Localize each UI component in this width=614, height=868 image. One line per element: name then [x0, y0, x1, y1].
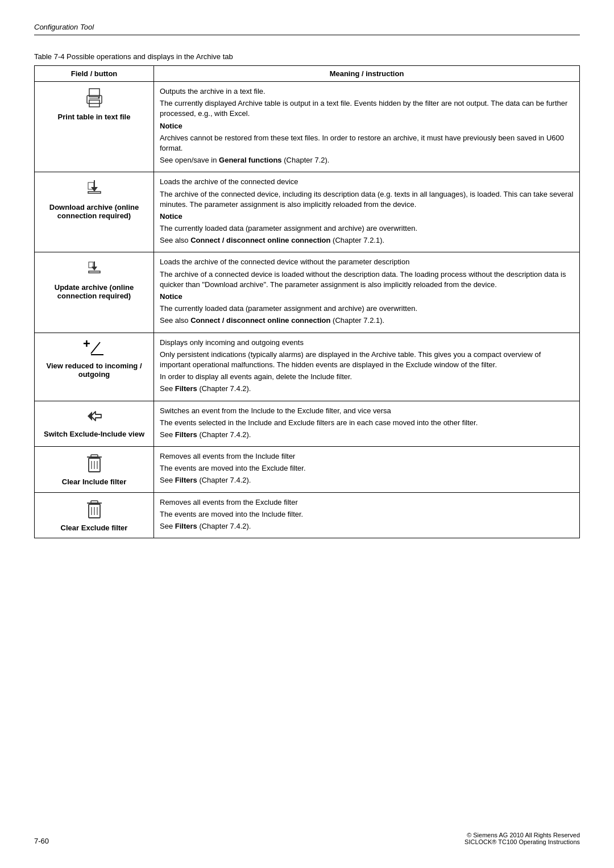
field-update: Update archive (online connection requir… — [35, 252, 154, 333]
meaning-text: Loads the archive of the connected devic… — [160, 257, 574, 267]
field-clear-include: Clear Include filter — [35, 447, 154, 493]
meaning-text: Only persistent indications (typically a… — [160, 350, 574, 370]
meaning-clear-include: Removes all events from the Include filt… — [154, 447, 580, 493]
update-icon — [40, 257, 148, 280]
table-row: Update archive (online connection requir… — [35, 252, 580, 333]
field-switch: Switch Exclude-Include view — [35, 401, 154, 447]
svg-rect-20 — [91, 455, 98, 457]
svg-line-14 — [91, 342, 100, 354]
switch-icon — [40, 406, 148, 426]
svg-marker-16 — [91, 412, 101, 421]
table-row: Download archive (online connection requ… — [35, 172, 580, 252]
svg-marker-10 — [92, 267, 97, 271]
meaning-text: Switches an event from the Include to th… — [160, 406, 574, 416]
clear-include-label: Clear Include filter — [40, 477, 148, 486]
view-reduced-icon: + — [40, 338, 148, 358]
meaning-text: The events selected in the Include and E… — [160, 418, 574, 428]
svg-text:+: + — [83, 338, 90, 351]
view-reduced-label: View reduced to incoming / outgoing — [40, 362, 148, 379]
meaning-text: The archive of the connected device, inc… — [160, 189, 574, 210]
meaning-text: Loads the archive of the connected devic… — [160, 177, 574, 187]
meaning-text: See Filters (Chapter 7.4.2). — [160, 384, 574, 394]
table-row: + View reduced to incoming / outgoing Di… — [35, 333, 580, 401]
meaning-text: Removes all events from the Exclude filt… — [160, 497, 574, 508]
main-table: Field / button Meaning / instruction — [34, 65, 580, 538]
meaning-text: Archives cannot be restored from these t… — [160, 133, 574, 153]
svg-rect-26 — [91, 501, 98, 503]
page: Configuration Tool Table 7-4 Possible op… — [0, 0, 614, 868]
meaning-text: The events are moved into the Include fi… — [160, 509, 574, 520]
download-icon — [40, 177, 148, 200]
header: Configuration Tool — [34, 23, 580, 35]
download-label: Download archive (online connection requ… — [40, 203, 148, 220]
print-icon — [40, 86, 148, 109]
meaning-text: See also Connect / disconnect online con… — [160, 315, 574, 326]
notice-label: Notice — [160, 121, 574, 131]
copyright: © Siemens AG 2010 All Rights Reserved — [464, 832, 580, 838]
notice-label: Notice — [160, 292, 574, 302]
meaning-clear-exclude: Removes all events from the Exclude filt… — [154, 492, 580, 538]
meaning-switch: Switches an event from the Include to th… — [154, 401, 580, 447]
meaning-text: See open/save in General functions (Chap… — [160, 155, 574, 165]
clear-exclude-label: Clear Exclude filter — [40, 524, 148, 532]
product-name: SICLOCK® TC100 Operating Instructions — [464, 838, 580, 845]
svg-point-4 — [98, 97, 99, 99]
switch-label: Switch Exclude-Include view — [40, 430, 148, 438]
table-row: Clear Include filter Removes all events … — [35, 447, 580, 493]
meaning-download: Loads the archive of the connected devic… — [154, 172, 580, 252]
meaning-print: Outputs the archive in a text file. The … — [154, 82, 580, 172]
print-label: Print table in text file — [40, 113, 148, 121]
col-header-meaning: Meaning / instruction — [154, 66, 580, 82]
meaning-text: Removes all events from the Include filt… — [160, 451, 574, 462]
meaning-text: Outputs the archive in a text file. — [160, 86, 574, 97]
header-title: Configuration Tool — [34, 23, 94, 31]
table-row: Print table in text file Outputs the arc… — [35, 82, 580, 172]
svg-rect-11 — [89, 271, 100, 273]
meaning-text: The archive of a connected device is loa… — [160, 269, 574, 290]
meaning-update: Loads the archive of the connected devic… — [154, 252, 580, 333]
meaning-text: See Filters (Chapter 7.4.2). — [160, 521, 574, 531]
footer-right: © Siemens AG 2010 All Rights Reserved SI… — [464, 832, 580, 845]
footer: 7-60 © Siemens AG 2010 All Rights Reserv… — [34, 832, 580, 845]
svg-marker-17 — [88, 412, 92, 421]
notice-label: Notice — [160, 211, 574, 222]
meaning-text: The events are moved into the Exclude fi… — [160, 463, 574, 474]
meaning-view-reduced: Displays only incoming and outgoing even… — [154, 333, 580, 401]
field-download: Download archive (online connection requ… — [35, 172, 154, 252]
meaning-text: In order to display all events again, de… — [160, 372, 574, 382]
page-number: 7-60 — [34, 837, 49, 845]
clear-include-icon — [40, 451, 148, 474]
meaning-text: The currently loaded data (parameter ass… — [160, 304, 574, 314]
update-label: Update archive (online connection requir… — [40, 283, 148, 300]
field-print: Print table in text file — [35, 82, 154, 172]
field-view-reduced: + View reduced to incoming / outgoing — [35, 333, 154, 401]
table-caption: Table 7-4 Possible operations and displa… — [34, 52, 580, 61]
meaning-text: Displays only incoming and outgoing even… — [160, 338, 574, 348]
meaning-text: See Filters (Chapter 7.4.2). — [160, 475, 574, 485]
meaning-text: The currently loaded data (parameter ass… — [160, 223, 574, 234]
table-row: Clear Exclude filter Removes all events … — [35, 492, 580, 538]
meaning-text: The currently displayed Archive table is… — [160, 98, 574, 119]
field-clear-exclude: Clear Exclude filter — [35, 492, 154, 538]
svg-rect-7 — [88, 192, 101, 193]
table-row: Switch Exclude-Include view Switches an … — [35, 401, 580, 447]
clear-exclude-icon — [40, 497, 148, 520]
meaning-text: See also Connect / disconnect online con… — [160, 235, 574, 246]
col-header-field: Field / button — [35, 66, 154, 82]
meaning-text: See Filters (Chapter 7.4.2). — [160, 430, 574, 440]
